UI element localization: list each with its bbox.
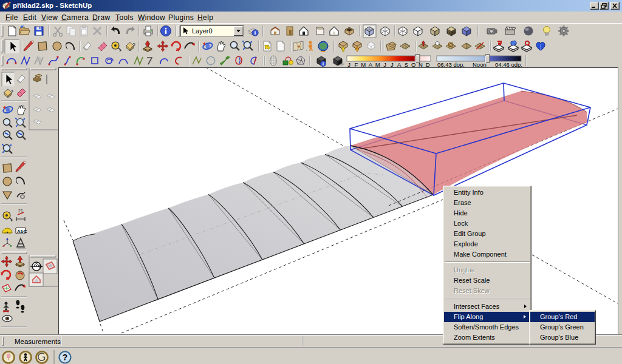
svg-text:F: F: [354, 61, 358, 68]
svg-text:Noon: Noon: [473, 61, 487, 68]
svg-text:D: D: [426, 61, 430, 68]
svg-text:J: J: [383, 61, 386, 68]
svg-text:06:43 dop.: 06:43 dop.: [437, 61, 465, 68]
svg-text:O: O: [411, 61, 415, 68]
svg-text:A: A: [397, 61, 402, 68]
svg-text:S: S: [405, 61, 408, 68]
svg-text:21: 21: [18, 209, 23, 213]
svg-text:AbC: AbC: [17, 229, 27, 234]
svg-text:N: N: [419, 61, 423, 68]
svg-text:J: J: [347, 61, 350, 68]
svg-text:M: M: [375, 61, 380, 68]
svg-text:J: J: [391, 61, 394, 68]
svg-text:M: M: [361, 61, 366, 68]
svg-text:Layer0: Layer0: [192, 27, 213, 35]
svg-text:?: ?: [63, 352, 68, 362]
svg-text:04:46 odp.: 04:46 odp.: [495, 61, 522, 68]
svg-text:A: A: [369, 61, 373, 68]
